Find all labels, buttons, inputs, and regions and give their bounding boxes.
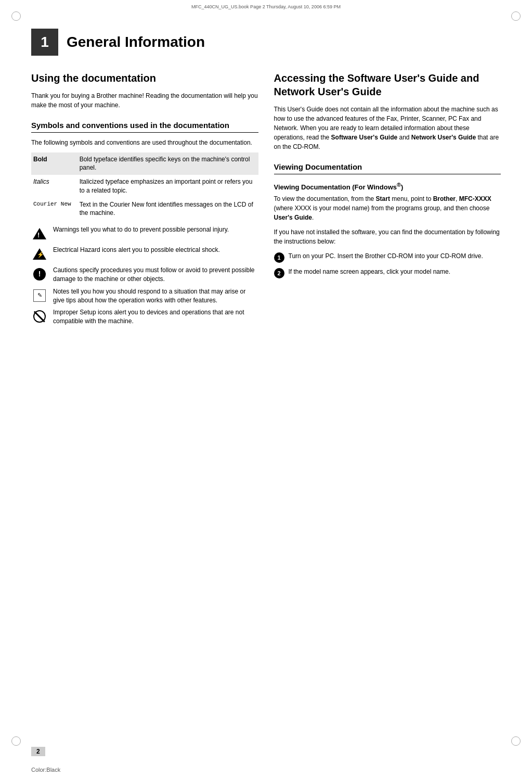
caution-icon: ! bbox=[31, 266, 48, 283]
step-number-2: 2 bbox=[274, 268, 284, 278]
right-column: Accessing the Software User's Guide and … bbox=[274, 71, 501, 329]
desc-bold: Bold typeface identifies specific keys o… bbox=[75, 152, 258, 175]
section-accessing-title: Accessing the Software User's Guide and … bbox=[274, 71, 501, 98]
section-accessing-body: This User's Guide does not contain all t… bbox=[274, 105, 501, 151]
section-using-doc-title: Using the documentation bbox=[31, 71, 258, 85]
desc-italics: Italicized typeface emphasizes an import… bbox=[75, 175, 258, 198]
page-number: 2 bbox=[31, 747, 45, 756]
content-area: Using the documentation Thank you for bu… bbox=[31, 71, 501, 329]
corner-mark-bl bbox=[11, 736, 21, 746]
note-text: Notes tell you how you should respond to… bbox=[53, 287, 258, 305]
caution-text: Cautions specify procedures you must fol… bbox=[53, 266, 258, 284]
warning-triangle-shape bbox=[33, 228, 46, 239]
improper-icon bbox=[31, 308, 48, 325]
step-number-1: 1 bbox=[274, 252, 284, 263]
section-viewing-windows-body: To view the documentation, from the Star… bbox=[274, 194, 501, 222]
table-row: Bold Bold typeface identifies specific k… bbox=[31, 152, 258, 175]
chapter-header: 1 General Information bbox=[31, 29, 501, 56]
electrical-triangle-shape bbox=[33, 248, 46, 260]
file-meta: MFC_440CN_UG_US.book Page 2 Thursday, Au… bbox=[191, 4, 341, 9]
table-row: Courier New Text in the Courier New font… bbox=[31, 198, 258, 221]
section-symbols-title: Symbols and conventions used in the docu… bbox=[31, 120, 258, 133]
warning-text: Warnings tell you what to do to prevent … bbox=[53, 225, 229, 234]
section-viewing-title: Viewing Documentation bbox=[274, 162, 501, 174]
caution-circle-shape: ! bbox=[33, 268, 46, 281]
corner-mark-tr bbox=[511, 11, 521, 21]
no-icon-shape bbox=[33, 310, 46, 323]
color-label: Color:Black bbox=[31, 767, 60, 773]
conventions-table: Bold Bold typeface identifies specific k… bbox=[31, 152, 258, 221]
electrical-text: Electrical Hazard icons alert you to pos… bbox=[53, 246, 220, 254]
section-using-doc-body: Thank you for buying a Brother machine! … bbox=[31, 91, 258, 110]
step-text-1: Turn on your PC. Insert the Brother CD-R… bbox=[289, 251, 483, 261]
step-row-2: 2 If the model name screen appears, clic… bbox=[274, 267, 501, 278]
table-row: Italics Italicized typeface emphasizes a… bbox=[31, 175, 258, 198]
section-viewing-note: If you have not installed the software, … bbox=[274, 227, 501, 246]
icon-row-improper: Improper Setup icons alert you to device… bbox=[31, 308, 258, 326]
section-symbols-body: The following symbols and conventions ar… bbox=[31, 138, 258, 147]
bottom-bar: 2 bbox=[31, 747, 501, 756]
term-italics: Italics bbox=[31, 175, 75, 198]
corner-mark-br bbox=[511, 736, 521, 746]
note-icon: ✎ bbox=[31, 287, 48, 304]
electrical-icon bbox=[31, 246, 48, 262]
desc-courier: Text in the Courier New font identifies … bbox=[75, 198, 258, 221]
chapter-number: 1 bbox=[31, 29, 58, 56]
chapter-title: General Information bbox=[67, 34, 205, 50]
left-column: Using the documentation Thank you for bu… bbox=[31, 71, 258, 329]
note-icon-shape: ✎ bbox=[33, 289, 46, 302]
icon-row-electrical: Electrical Hazard icons alert you to pos… bbox=[31, 246, 258, 262]
step-text-2: If the model name screen appears, click … bbox=[289, 267, 450, 276]
section-viewing-windows-title: Viewing Documentation (For Windows®) bbox=[274, 182, 501, 191]
icon-row-warning: Warnings tell you what to do to prevent … bbox=[31, 225, 258, 242]
step-row-1: 1 Turn on your PC. Insert the Brother CD… bbox=[274, 251, 501, 263]
corner-mark-tl bbox=[11, 11, 21, 21]
icon-row-caution: ! Cautions specify procedures you must f… bbox=[31, 266, 258, 284]
icon-row-note: ✎ Notes tell you how you should respond … bbox=[31, 287, 258, 305]
term-courier: Courier New bbox=[31, 198, 75, 221]
term-bold: Bold bbox=[31, 152, 75, 175]
improper-text: Improper Setup icons alert you to device… bbox=[53, 308, 258, 326]
warning-icon bbox=[31, 225, 48, 242]
